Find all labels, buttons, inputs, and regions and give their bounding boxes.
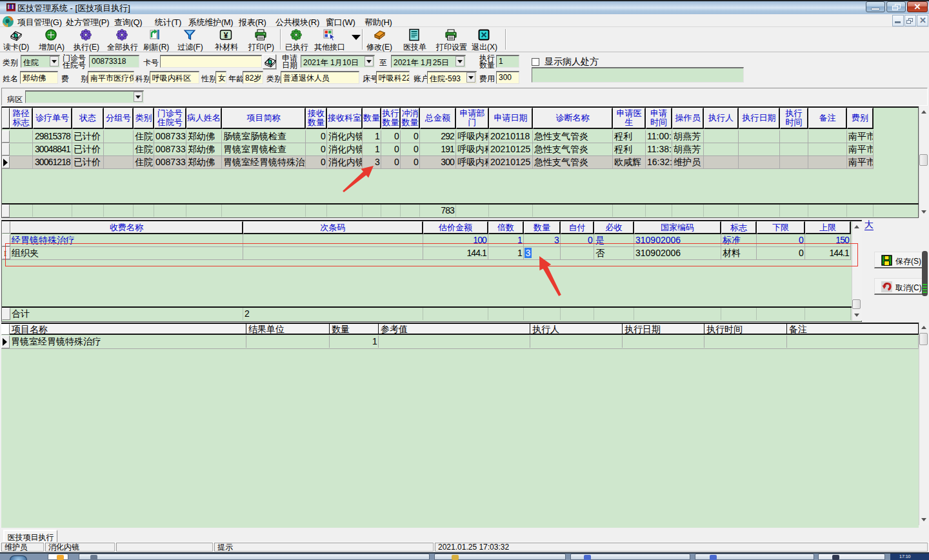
svg-text:¥: ¥: [224, 31, 228, 40]
